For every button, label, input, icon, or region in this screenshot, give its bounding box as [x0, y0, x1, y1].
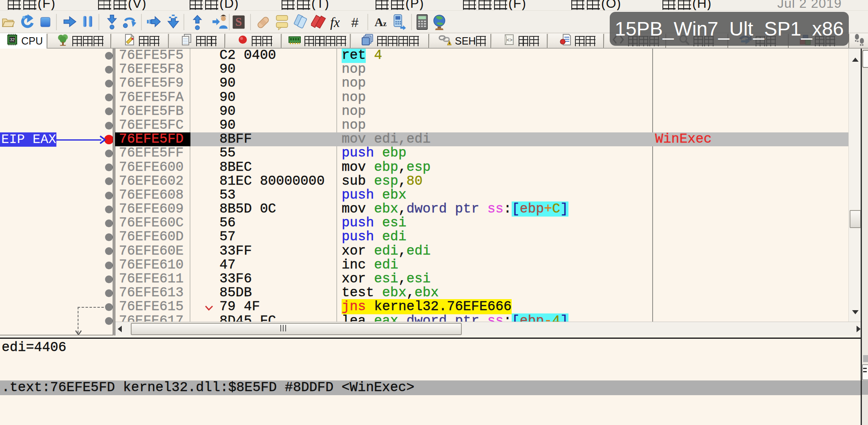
svg-text:<>: <> [507, 38, 512, 43]
svg-text:32: 32 [10, 37, 15, 42]
